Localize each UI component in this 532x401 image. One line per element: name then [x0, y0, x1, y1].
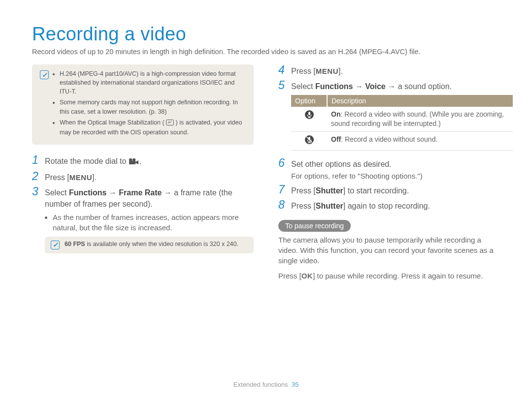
step-number: 6: [278, 157, 285, 169]
step-text: Select: [291, 82, 315, 91]
step-8: 8 Press [Shutter] again to stop recordin…: [278, 199, 500, 212]
step-text: Press [: [45, 173, 69, 182]
mic-off-icon: [304, 135, 314, 147]
step-text: ] to start recording.: [343, 186, 409, 195]
pause-heading: To pause recording: [278, 220, 351, 232]
shutter-label: Shutter: [316, 186, 343, 195]
step-5: 5 Select Functions → Voice → a sound opt…: [278, 80, 500, 92]
step-1: 1 Rotate the mode dial to .: [32, 154, 254, 168]
functions-label: Functions: [69, 188, 106, 197]
text: ] to pause while recording. Press it aga…: [313, 272, 483, 280]
step-text: → a sound option.: [386, 82, 452, 91]
sound-options-table: Option Description On: Record a video wi…: [291, 95, 513, 151]
video-mode-icon: [129, 156, 139, 168]
arrow-icon: →: [353, 82, 365, 91]
fps-bold: 60 FPS: [65, 241, 85, 247]
mic-on-icon: [304, 110, 314, 122]
step-text: ].: [338, 67, 343, 75]
step-3: 3 Select Functions → Frame Rate → a fram…: [32, 186, 254, 232]
step-sub-text: For options, refer to "Shooting options.…: [291, 171, 423, 181]
left-column: ✓ H.264 (MPEG-4 part10/AVC) is a high-co…: [32, 64, 254, 253]
step-number: 4: [278, 64, 285, 76]
pause-paragraph: The camera allows you to pause temporari…: [278, 235, 500, 266]
step-text: Set other options as desired.: [291, 160, 392, 168]
functions-label: Functions: [315, 82, 353, 91]
note-bullet: When the Optical Image Stabilization ( )…: [60, 118, 246, 137]
svg-rect-0: [166, 120, 174, 125]
option-on-label: On: [331, 110, 340, 118]
note-bullet: Some memory cards may not support high d…: [60, 98, 246, 116]
note-bullet: H.264 (MPEG-4 part10/AVC) is a high-comp…: [60, 69, 246, 96]
step-number: 2: [32, 171, 39, 182]
shutter-label: Shutter: [316, 202, 343, 210]
framerate-label: Frame Rate: [119, 188, 162, 197]
arrow-icon: →: [106, 188, 119, 197]
step-text: .: [139, 157, 141, 165]
table-header-option: Option: [291, 95, 327, 107]
fps-note-callout: ✓ 60 FPS is available only when the vide…: [45, 237, 254, 253]
step-4: 4 Press [MENU].: [278, 64, 500, 77]
pause-instruction: Press [OK] to pause while recording. Pre…: [278, 271, 500, 281]
step-number: 7: [278, 184, 285, 195]
voice-label: Voice: [365, 82, 386, 91]
step-6: 6 Set other options as desired. For opti…: [278, 157, 500, 181]
option-off-label: Off: [331, 135, 341, 143]
table-row: On: Record a video with sound. (While yo…: [291, 107, 513, 131]
step-2: 2 Press [MENU].: [32, 171, 254, 183]
step-text: Press [: [291, 202, 316, 210]
step-7: 7 Press [Shutter] to start recording.: [278, 184, 500, 196]
step-number: 3: [32, 186, 39, 197]
footer-section: Extended functions: [233, 381, 288, 388]
step-number: 8: [278, 199, 285, 211]
text: Press [: [278, 272, 301, 280]
note-icon: ✓: [40, 70, 49, 79]
footer-page-number: 35: [292, 381, 299, 388]
step-text: Press [: [291, 186, 316, 195]
note-callout: ✓ H.264 (MPEG-4 part10/AVC) is a high-co…: [32, 64, 254, 145]
menu-label: MENU: [69, 173, 92, 182]
ok-label: OK: [301, 272, 313, 280]
two-column-layout: ✓ H.264 (MPEG-4 part10/AVC) is a high-co…: [32, 64, 500, 286]
note-icon: ✓: [51, 241, 60, 249]
page-footer: Extended functions 35: [0, 381, 532, 388]
step-text: Select: [45, 188, 69, 197]
step-number: 5: [278, 80, 285, 91]
note-text: When the Optical Image Stabilization (: [60, 119, 165, 126]
table-row: Off: Record a video without sound.: [291, 132, 513, 151]
step-text: Press [: [291, 67, 316, 75]
step-text: Rotate the mode dial to: [45, 157, 129, 165]
page-title: Recording a video: [32, 24, 500, 45]
page-intro: Record videos of up to 20 minutes in len…: [32, 48, 500, 56]
menu-label: MENU: [316, 67, 338, 75]
step-text: ].: [92, 173, 97, 182]
table-header-description: Description: [327, 95, 513, 107]
option-off-desc: : Record a video without sound.: [341, 135, 437, 143]
fps-note-text: is available only when the video resolut…: [85, 241, 238, 247]
ois-icon: [166, 119, 174, 128]
right-column: 4 Press [MENU]. 5 Select Functions → Voi…: [278, 64, 500, 286]
option-on-desc: : Record a video with sound. (While you …: [331, 110, 504, 127]
step-number: 1: [32, 154, 39, 166]
svg-rect-5: [308, 112, 310, 115]
svg-rect-3: [129, 161, 135, 164]
step-text: ] again to stop recording.: [343, 202, 430, 210]
step-sub-bullet: As the number of frames increases, actio…: [53, 212, 254, 233]
